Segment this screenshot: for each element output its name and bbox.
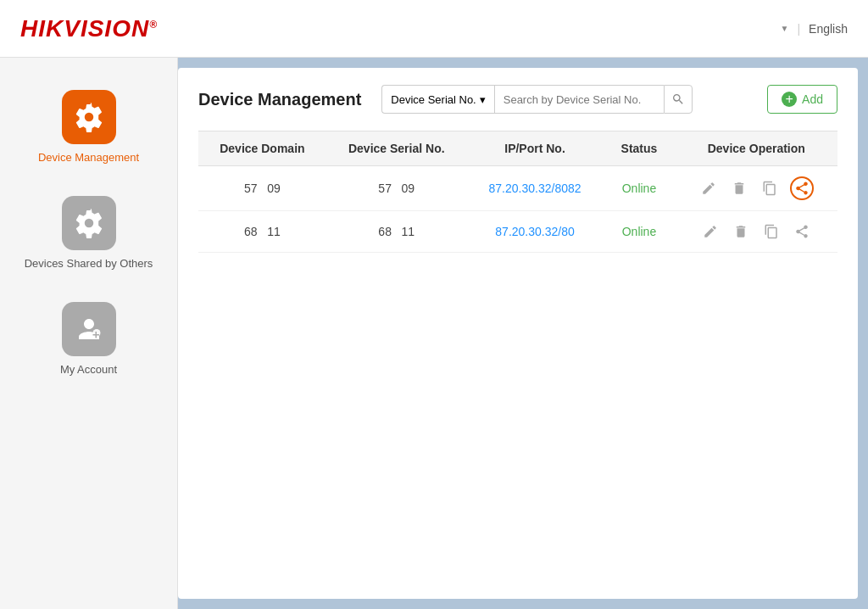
logo-text: HIKVISION® <box>20 15 158 42</box>
logo-reg: ® <box>149 18 158 30</box>
copy-icon[interactable] <box>760 178 780 198</box>
copy-icon[interactable] <box>761 221 782 242</box>
page-title: Device Management <box>198 90 361 109</box>
search-filter-dropdown[interactable]: Device Serial No. ▾ <box>381 85 493 114</box>
search-button[interactable] <box>664 85 693 114</box>
share-icon-active[interactable] <box>790 176 814 200</box>
topbar: HIKVISION® ▼ | English <box>0 0 868 58</box>
col-serial-no: Device Serial No. <box>326 131 467 166</box>
edit-icon[interactable] <box>700 221 721 242</box>
sidebar-my-account-label: My Account <box>60 363 117 377</box>
sidebar-device-management-label: Device Management <box>38 151 139 165</box>
col-operations: Device Operation <box>676 131 837 166</box>
sidebar-item-my-account[interactable]: My Account <box>0 290 177 389</box>
delete-icon[interactable] <box>729 178 749 198</box>
shared-devices-icon <box>74 208 104 238</box>
share-icon[interactable] <box>792 221 812 242</box>
lang-arrow-icon: ▼ <box>781 24 789 33</box>
device-management-header: Device Management Device Serial No. ▾ + … <box>198 85 837 114</box>
add-button-label: Add <box>802 92 823 106</box>
search-filter-label: Device Serial No. <box>391 93 476 106</box>
status-cell: Online <box>603 211 675 253</box>
delete-icon[interactable] <box>731 221 751 242</box>
table-row: 68 11 68 11 87.20.30.32/80 Online <box>198 211 837 253</box>
share-icon-svg <box>794 181 810 196</box>
trash-icon <box>732 181 747 196</box>
pencil-icon <box>701 181 716 196</box>
sidebar-item-device-management[interactable]: Device Management <box>0 78 177 177</box>
add-button[interactable]: + Add <box>767 85 837 114</box>
share-icon-svg <box>794 224 810 239</box>
logo-brand: HIKVISION <box>20 15 149 42</box>
col-ip-port: IP/Port No. <box>467 131 604 166</box>
add-plus-icon: + <box>782 92 797 107</box>
device-management-icon-box <box>62 90 116 144</box>
search-group: Device Serial No. ▾ <box>381 85 692 114</box>
sidebar: Device Management Devices Shared by Othe… <box>0 58 178 609</box>
account-icon <box>74 314 104 344</box>
copy-icon-svg <box>764 224 779 239</box>
gear-icon <box>74 102 104 132</box>
devices-shared-icon-box <box>62 196 116 250</box>
content-area: Device Management Device Serial No. ▾ + … <box>178 68 858 599</box>
sidebar-item-devices-shared[interactable]: Devices Shared by Others <box>0 184 177 283</box>
sidebar-shared-label: Devices Shared by Others <box>25 257 153 271</box>
table-header-row: Device Domain Device Serial No. IP/Port … <box>198 131 837 166</box>
device-serial-cell: 68 11 <box>326 211 467 253</box>
col-device-domain: Device Domain <box>198 131 326 166</box>
copy-icon-svg <box>762 181 777 196</box>
table-row: 57 09 57 09 87.20.30.32/8082 Online <box>198 166 837 211</box>
trash-icon <box>733 224 748 239</box>
operations-cell <box>676 211 837 253</box>
language-selector[interactable]: ▼ | English <box>781 22 848 36</box>
ip-port-cell[interactable]: 87.20.30.32/80 <box>467 211 604 253</box>
col-status: Status <box>603 131 675 166</box>
status-cell: Online <box>603 166 675 211</box>
logo: HIKVISION® <box>20 15 158 42</box>
pencil-icon <box>703 224 718 239</box>
device-serial-cell: 57 09 <box>326 166 467 211</box>
operations-cell <box>676 166 837 211</box>
lang-separator: | <box>797 22 800 36</box>
edit-icon[interactable] <box>698 178 719 198</box>
search-input[interactable] <box>494 85 664 114</box>
device-domain-cell: 57 09 <box>198 166 326 211</box>
device-table: Device Domain Device Serial No. IP/Port … <box>198 131 837 253</box>
chevron-down-icon: ▾ <box>480 93 486 106</box>
search-icon <box>671 92 685 106</box>
device-domain-cell: 68 11 <box>198 211 326 253</box>
language-label: English <box>809 22 848 36</box>
ip-port-cell[interactable]: 87.20.30.32/8082 <box>467 166 604 211</box>
main-layout: Device Management Devices Shared by Othe… <box>0 58 868 609</box>
my-account-icon-box <box>62 302 116 356</box>
